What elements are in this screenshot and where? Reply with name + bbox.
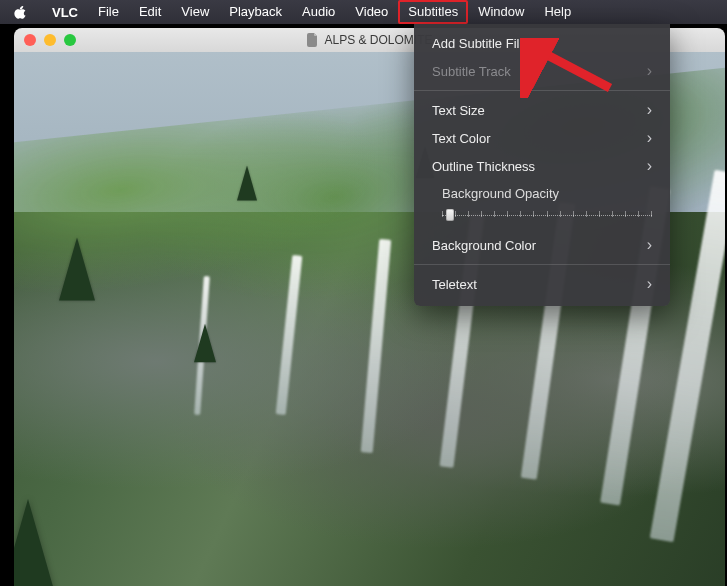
chevron-right-icon: ›: [647, 158, 652, 174]
app-name[interactable]: VLC: [42, 5, 88, 20]
tree-icon: [194, 324, 216, 363]
zoom-button[interactable]: [64, 34, 76, 46]
traffic-lights: [24, 34, 76, 46]
menu-file[interactable]: File: [88, 0, 129, 24]
menu-text-size[interactable]: Text Size ›: [414, 96, 670, 124]
menu-item-label: Text Color: [432, 131, 491, 146]
macos-menubar: VLC File Edit View Playback Audio Video …: [0, 0, 727, 24]
slider-knob[interactable]: [446, 209, 454, 221]
chevron-right-icon: ›: [647, 63, 652, 79]
document-icon: [306, 33, 318, 47]
subtitles-dropdown: Add Subtitle File... Subtitle Track › Te…: [414, 24, 670, 306]
menu-text-color[interactable]: Text Color ›: [414, 124, 670, 152]
menu-item-label: Subtitle Track: [432, 64, 511, 79]
background-opacity-slider[interactable]: [442, 207, 652, 221]
apple-logo-icon[interactable]: [14, 5, 28, 19]
menu-separator: [414, 90, 670, 91]
menu-item-label: Teletext: [432, 277, 477, 292]
slider-label: Background Opacity: [442, 186, 652, 201]
tree-icon: [14, 499, 60, 586]
menu-item-label: Text Size: [432, 103, 485, 118]
chevron-right-icon: ›: [647, 276, 652, 292]
tree-icon: [237, 166, 257, 201]
menu-outline-thickness[interactable]: Outline Thickness ›: [414, 152, 670, 180]
chevron-right-icon: ›: [647, 237, 652, 253]
menu-add-subtitle-file[interactable]: Add Subtitle File...: [414, 30, 670, 57]
chevron-right-icon: ›: [647, 130, 652, 146]
chevron-right-icon: ›: [647, 102, 652, 118]
menu-item-label: Outline Thickness: [432, 159, 535, 174]
menu-subtitle-track[interactable]: Subtitle Track ›: [414, 57, 670, 85]
menu-subtitles[interactable]: Subtitles: [398, 0, 468, 24]
menu-background-opacity: Background Opacity: [414, 180, 670, 231]
menu-help[interactable]: Help: [534, 0, 581, 24]
menu-playback[interactable]: Playback: [219, 0, 292, 24]
menu-edit[interactable]: Edit: [129, 0, 171, 24]
menu-separator: [414, 264, 670, 265]
menu-audio[interactable]: Audio: [292, 0, 345, 24]
menu-background-color[interactable]: Background Color ›: [414, 231, 670, 259]
close-button[interactable]: [24, 34, 36, 46]
menu-view[interactable]: View: [171, 0, 219, 24]
menu-window[interactable]: Window: [468, 0, 534, 24]
slider-ticks: [442, 211, 652, 219]
tree-icon: [59, 237, 95, 300]
minimize-button[interactable]: [44, 34, 56, 46]
menu-video[interactable]: Video: [345, 0, 398, 24]
menu-item-label: Background Color: [432, 238, 536, 253]
menu-teletext[interactable]: Teletext ›: [414, 270, 670, 298]
menu-item-label: Add Subtitle File...: [432, 36, 538, 51]
